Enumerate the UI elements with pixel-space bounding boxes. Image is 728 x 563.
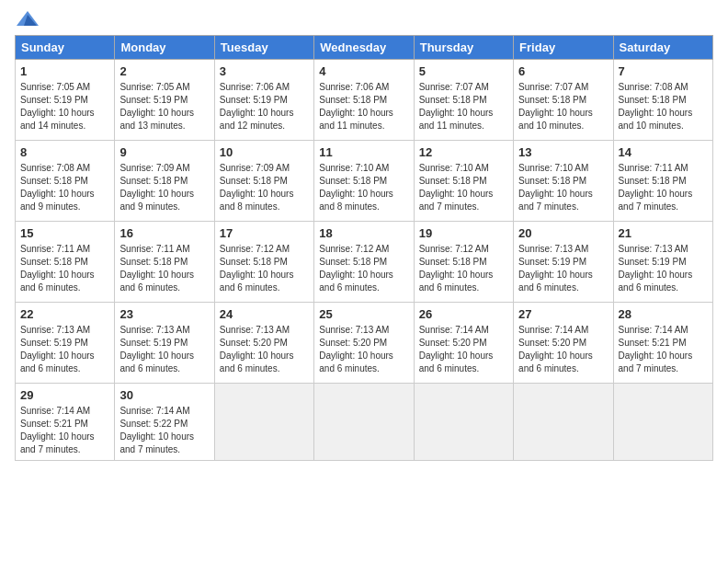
day-info: Sunrise: 7:14 AM Sunset: 5:20 PM Dayligh… <box>419 324 508 375</box>
day-info: Sunrise: 7:08 AM Sunset: 5:18 PM Dayligh… <box>20 162 109 213</box>
day-number: 8 <box>20 144 109 161</box>
calendar-cell: 23Sunrise: 7:13 AM Sunset: 5:19 PM Dayli… <box>115 303 214 384</box>
calendar-cell <box>314 384 414 461</box>
day-number: 19 <box>419 225 508 242</box>
day-info: Sunrise: 7:14 AM Sunset: 5:20 PM Dayligh… <box>518 324 608 375</box>
calendar-cell: 26Sunrise: 7:14 AM Sunset: 5:20 PM Dayli… <box>414 303 513 384</box>
calendar-cell <box>414 384 513 461</box>
day-info: Sunrise: 7:13 AM Sunset: 5:19 PM Dayligh… <box>20 324 109 375</box>
weekday-header: Friday <box>514 36 613 60</box>
weekday-header-row: SundayMondayTuesdayWednesdayThursdayFrid… <box>16 36 713 60</box>
calendar-cell: 5Sunrise: 7:07 AM Sunset: 5:18 PM Daylig… <box>414 60 513 141</box>
calendar-cell: 18Sunrise: 7:12 AM Sunset: 5:18 PM Dayli… <box>314 222 414 303</box>
calendar-cell: 2Sunrise: 7:05 AM Sunset: 5:19 PM Daylig… <box>115 60 214 141</box>
calendar-cell: 30Sunrise: 7:14 AM Sunset: 5:22 PM Dayli… <box>115 384 214 461</box>
day-info: Sunrise: 7:12 AM Sunset: 5:18 PM Dayligh… <box>419 243 508 294</box>
calendar-cell: 15Sunrise: 7:11 AM Sunset: 5:18 PM Dayli… <box>16 222 115 303</box>
day-info: Sunrise: 7:11 AM Sunset: 5:18 PM Dayligh… <box>619 162 708 213</box>
calendar-cell: 16Sunrise: 7:11 AM Sunset: 5:18 PM Dayli… <box>115 222 214 303</box>
day-info: Sunrise: 7:06 AM Sunset: 5:18 PM Dayligh… <box>319 81 408 132</box>
week-row: 29Sunrise: 7:14 AM Sunset: 5:21 PM Dayli… <box>16 384 713 461</box>
day-number: 24 <box>220 306 309 323</box>
day-info: Sunrise: 7:13 AM Sunset: 5:19 PM Dayligh… <box>619 243 708 294</box>
weekday-header: Monday <box>115 36 214 60</box>
day-info: Sunrise: 7:09 AM Sunset: 5:18 PM Dayligh… <box>220 162 309 213</box>
day-info: Sunrise: 7:05 AM Sunset: 5:19 PM Dayligh… <box>20 81 109 132</box>
calendar-cell: 7Sunrise: 7:08 AM Sunset: 5:18 PM Daylig… <box>613 60 712 141</box>
day-number: 3 <box>220 63 309 80</box>
calendar-cell: 22Sunrise: 7:13 AM Sunset: 5:19 PM Dayli… <box>16 303 115 384</box>
calendar-cell: 20Sunrise: 7:13 AM Sunset: 5:19 PM Dayli… <box>514 222 613 303</box>
calendar-cell: 13Sunrise: 7:10 AM Sunset: 5:18 PM Dayli… <box>514 141 613 222</box>
day-number: 6 <box>518 63 608 80</box>
day-info: Sunrise: 7:05 AM Sunset: 5:19 PM Dayligh… <box>119 81 209 132</box>
calendar-cell <box>514 384 613 461</box>
day-info: Sunrise: 7:06 AM Sunset: 5:19 PM Dayligh… <box>220 81 309 132</box>
week-row: 1Sunrise: 7:05 AM Sunset: 5:19 PM Daylig… <box>16 60 713 141</box>
week-row: 15Sunrise: 7:11 AM Sunset: 5:18 PM Dayli… <box>16 222 713 303</box>
day-number: 26 <box>419 306 508 323</box>
day-info: Sunrise: 7:13 AM Sunset: 5:19 PM Dayligh… <box>518 243 608 294</box>
calendar-cell: 19Sunrise: 7:12 AM Sunset: 5:18 PM Dayli… <box>414 222 513 303</box>
calendar-cell: 29Sunrise: 7:14 AM Sunset: 5:21 PM Dayli… <box>16 384 115 461</box>
weekday-header: Wednesday <box>314 36 414 60</box>
calendar-table: SundayMondayTuesdayWednesdayThursdayFrid… <box>15 35 713 461</box>
day-number: 23 <box>119 306 209 323</box>
calendar-cell: 8Sunrise: 7:08 AM Sunset: 5:18 PM Daylig… <box>16 141 115 222</box>
calendar-cell: 21Sunrise: 7:13 AM Sunset: 5:19 PM Dayli… <box>613 222 712 303</box>
day-info: Sunrise: 7:10 AM Sunset: 5:18 PM Dayligh… <box>419 162 508 213</box>
calendar-cell: 17Sunrise: 7:12 AM Sunset: 5:18 PM Dayli… <box>214 222 313 303</box>
day-info: Sunrise: 7:11 AM Sunset: 5:18 PM Dayligh… <box>119 243 209 294</box>
day-number: 14 <box>619 144 708 161</box>
day-info: Sunrise: 7:12 AM Sunset: 5:18 PM Dayligh… <box>319 243 408 294</box>
day-number: 29 <box>20 387 109 404</box>
day-info: Sunrise: 7:13 AM Sunset: 5:20 PM Dayligh… <box>220 324 309 375</box>
day-info: Sunrise: 7:10 AM Sunset: 5:18 PM Dayligh… <box>518 162 608 213</box>
day-number: 15 <box>20 225 109 242</box>
day-number: 30 <box>119 387 209 404</box>
day-info: Sunrise: 7:11 AM Sunset: 5:18 PM Dayligh… <box>20 243 109 294</box>
calendar-cell: 9Sunrise: 7:09 AM Sunset: 5:18 PM Daylig… <box>115 141 214 222</box>
day-info: Sunrise: 7:14 AM Sunset: 5:21 PM Dayligh… <box>619 324 708 375</box>
weekday-header: Saturday <box>613 36 712 60</box>
week-row: 22Sunrise: 7:13 AM Sunset: 5:19 PM Dayli… <box>16 303 713 384</box>
logo <box>15 9 42 29</box>
calendar-cell: 6Sunrise: 7:07 AM Sunset: 5:18 PM Daylig… <box>514 60 613 141</box>
day-info: Sunrise: 7:10 AM Sunset: 5:18 PM Dayligh… <box>319 162 408 213</box>
day-info: Sunrise: 7:13 AM Sunset: 5:19 PM Dayligh… <box>119 324 209 375</box>
day-number: 5 <box>419 63 508 80</box>
calendar-cell: 24Sunrise: 7:13 AM Sunset: 5:20 PM Dayli… <box>214 303 313 384</box>
day-number: 13 <box>518 144 608 161</box>
calendar-cell: 11Sunrise: 7:10 AM Sunset: 5:18 PM Dayli… <box>314 141 414 222</box>
header <box>15 9 713 29</box>
day-number: 1 <box>20 63 109 80</box>
day-info: Sunrise: 7:14 AM Sunset: 5:22 PM Dayligh… <box>119 405 209 456</box>
day-number: 12 <box>419 144 508 161</box>
day-number: 21 <box>619 225 708 242</box>
calendar-cell: 1Sunrise: 7:05 AM Sunset: 5:19 PM Daylig… <box>16 60 115 141</box>
day-info: Sunrise: 7:14 AM Sunset: 5:21 PM Dayligh… <box>20 405 109 456</box>
day-number: 10 <box>220 144 309 161</box>
page-container: SundayMondayTuesdayWednesdayThursdayFrid… <box>0 0 728 470</box>
day-info: Sunrise: 7:07 AM Sunset: 5:18 PM Dayligh… <box>419 81 508 132</box>
day-info: Sunrise: 7:12 AM Sunset: 5:18 PM Dayligh… <box>220 243 309 294</box>
calendar-cell <box>613 384 712 461</box>
calendar-cell: 12Sunrise: 7:10 AM Sunset: 5:18 PM Dayli… <box>414 141 513 222</box>
calendar-cell <box>214 384 313 461</box>
calendar-cell: 3Sunrise: 7:06 AM Sunset: 5:19 PM Daylig… <box>214 60 313 141</box>
calendar-cell: 4Sunrise: 7:06 AM Sunset: 5:18 PM Daylig… <box>314 60 414 141</box>
day-number: 7 <box>619 63 708 80</box>
day-number: 4 <box>319 63 408 80</box>
calendar-cell: 28Sunrise: 7:14 AM Sunset: 5:21 PM Dayli… <box>613 303 712 384</box>
day-number: 16 <box>119 225 209 242</box>
day-number: 9 <box>119 144 209 161</box>
weekday-header: Sunday <box>16 36 115 60</box>
day-info: Sunrise: 7:07 AM Sunset: 5:18 PM Dayligh… <box>518 81 608 132</box>
calendar-cell: 27Sunrise: 7:14 AM Sunset: 5:20 PM Dayli… <box>514 303 613 384</box>
day-number: 27 <box>518 306 608 323</box>
day-number: 2 <box>119 63 209 80</box>
day-number: 28 <box>619 306 708 323</box>
day-info: Sunrise: 7:09 AM Sunset: 5:18 PM Dayligh… <box>119 162 209 213</box>
logo-icon <box>15 9 40 29</box>
day-number: 25 <box>319 306 408 323</box>
